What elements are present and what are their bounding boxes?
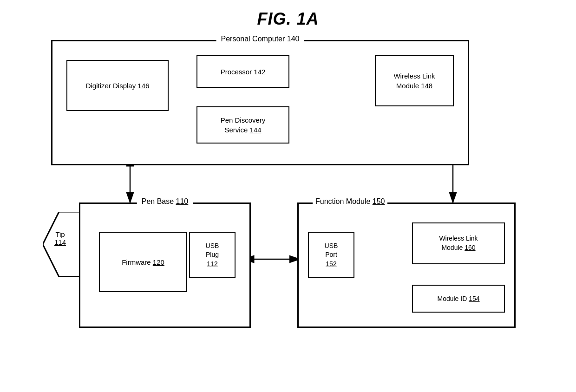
usb-port-box: USBPort152 xyxy=(308,232,354,278)
digitizer-label: Digitizer Display 146 xyxy=(86,82,150,90)
pc-box: Personal Computer 140 Digitizer Display … xyxy=(51,40,469,165)
digitizer-display-box: Digitizer Display 146 xyxy=(66,60,169,111)
figure-title: FIG. 1A xyxy=(257,9,319,29)
tip-shape: Tip 114 xyxy=(43,212,85,272)
diagram-area: Personal Computer 140 Digitizer Display … xyxy=(33,40,543,374)
usb-plug-label: USBPlug112 xyxy=(206,242,219,269)
pds-label: Pen DiscoveryService 144 xyxy=(221,115,266,135)
pen-base-box: Pen Base 110 Firmware 120 USBPlug112 xyxy=(79,203,251,328)
pc-label: Personal Computer 140 xyxy=(216,35,304,43)
function-module-box: Function Module 150 USBPort152 Wireless … xyxy=(297,203,516,328)
pds-box: Pen DiscoveryService 144 xyxy=(196,106,289,144)
module-id-box: Module ID 154 xyxy=(412,285,505,313)
usb-port-label: USBPort152 xyxy=(325,242,338,269)
wlm-bottom-label: Wireless LinkModule 160 xyxy=(439,234,478,252)
processor-box: Processor 142 xyxy=(196,55,289,88)
tip-label-container: Tip 114 xyxy=(54,230,66,246)
processor-label: Processor 142 xyxy=(221,68,266,76)
module-id-label: Module ID 154 xyxy=(437,295,479,302)
wlm-top-box: Wireless LinkModule 148 xyxy=(375,55,454,106)
tip-ref: 114 xyxy=(54,238,66,246)
firmware-label: Firmware 120 xyxy=(122,258,164,266)
function-module-label: Function Module 150 xyxy=(313,197,387,206)
page-container: FIG. 1A xyxy=(0,0,576,392)
wlm-top-label: Wireless LinkModule 148 xyxy=(393,71,435,91)
tip-label: Tip xyxy=(55,230,65,238)
firmware-box: Firmware 120 xyxy=(99,232,187,292)
wlm-bottom-box: Wireless LinkModule 160 xyxy=(412,222,505,264)
pen-base-label: Pen Base 110 xyxy=(137,197,193,206)
usb-plug-box: USBPlug112 xyxy=(189,232,236,278)
